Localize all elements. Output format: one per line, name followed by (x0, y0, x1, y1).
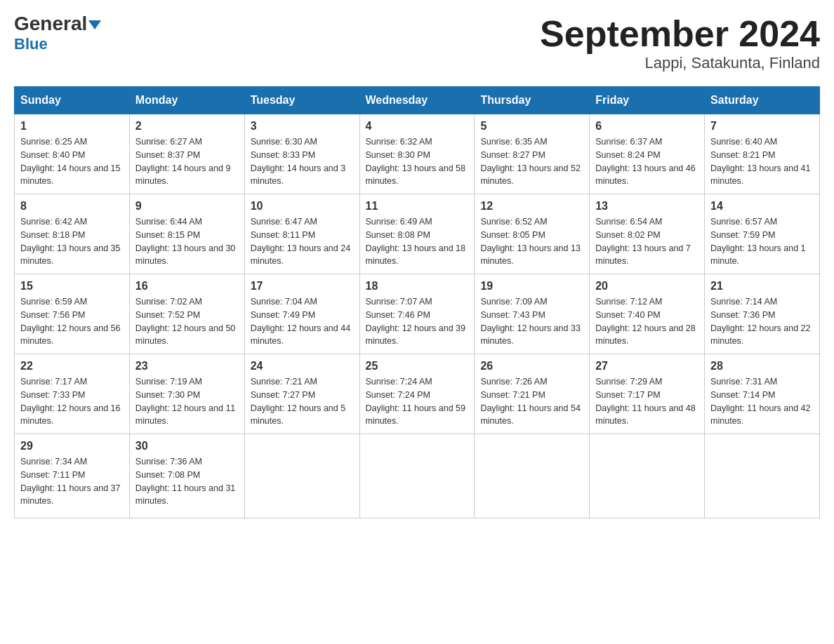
calendar-cell: 13Sunrise: 6:54 AMSunset: 8:02 PMDayligh… (590, 194, 705, 274)
header-cell-tuesday: Tuesday (244, 87, 359, 114)
day-number: 4 (366, 120, 469, 133)
calendar-cell: 10Sunrise: 6:47 AMSunset: 8:11 PMDayligh… (244, 194, 359, 274)
day-number: 16 (135, 280, 239, 293)
header-cell-saturday: Saturday (705, 87, 820, 114)
calendar-cell: 2Sunrise: 6:27 AMSunset: 8:37 PMDaylight… (129, 114, 244, 194)
day-info: Sunrise: 7:17 AMSunset: 7:33 PMDaylight:… (20, 375, 124, 428)
day-info: Sunrise: 7:07 AMSunset: 7:46 PMDaylight:… (366, 295, 469, 348)
day-info: Sunrise: 6:32 AMSunset: 8:30 PMDaylight:… (366, 135, 469, 188)
calendar-cell: 18Sunrise: 7:07 AMSunset: 7:46 PMDayligh… (359, 274, 475, 354)
day-info: Sunrise: 7:29 AMSunset: 7:17 PMDaylight:… (595, 375, 699, 428)
calendar-week-4: 22Sunrise: 7:17 AMSunset: 7:33 PMDayligh… (15, 354, 820, 434)
calendar-cell: 6Sunrise: 6:37 AMSunset: 8:24 PMDaylight… (590, 114, 705, 194)
day-info: Sunrise: 6:47 AMSunset: 8:11 PMDaylight:… (251, 215, 354, 268)
calendar-cell: 29Sunrise: 7:34 AMSunset: 7:11 PMDayligh… (15, 434, 130, 518)
day-info: Sunrise: 7:19 AMSunset: 7:30 PMDaylight:… (135, 375, 239, 428)
day-number: 29 (20, 440, 124, 452)
calendar-cell: 22Sunrise: 7:17 AMSunset: 7:33 PMDayligh… (15, 354, 130, 434)
calendar-cell: 7Sunrise: 6:40 AMSunset: 8:21 PMDaylight… (705, 114, 820, 194)
calendar-cell (590, 434, 705, 518)
calendar-cell: 27Sunrise: 7:29 AMSunset: 7:17 PMDayligh… (590, 354, 705, 434)
calendar-week-5: 29Sunrise: 7:34 AMSunset: 7:11 PMDayligh… (15, 434, 820, 518)
day-number: 24 (251, 360, 354, 373)
calendar-cell: 9Sunrise: 6:44 AMSunset: 8:15 PMDaylight… (129, 194, 244, 274)
calendar-cell (705, 434, 820, 518)
day-info: Sunrise: 7:12 AMSunset: 7:40 PMDaylight:… (595, 295, 699, 348)
day-number: 12 (480, 200, 583, 213)
calendar-cell: 23Sunrise: 7:19 AMSunset: 7:30 PMDayligh… (129, 354, 244, 434)
day-number: 10 (251, 200, 354, 213)
day-info: Sunrise: 6:57 AMSunset: 7:59 PMDaylight:… (710, 215, 814, 268)
day-number: 13 (595, 200, 699, 213)
title-block: September 2024 Lappi, Satakunta, Finland (540, 14, 820, 72)
day-info: Sunrise: 7:14 AMSunset: 7:36 PMDaylight:… (710, 295, 814, 348)
header-cell-monday: Monday (129, 87, 244, 114)
calendar-cell: 1Sunrise: 6:25 AMSunset: 8:40 PMDaylight… (15, 114, 130, 194)
calendar-cell: 21Sunrise: 7:14 AMSunset: 7:36 PMDayligh… (705, 274, 820, 354)
calendar-cell: 15Sunrise: 6:59 AMSunset: 7:56 PMDayligh… (15, 274, 130, 354)
calendar-cell: 4Sunrise: 6:32 AMSunset: 8:30 PMDaylight… (359, 114, 475, 194)
day-info: Sunrise: 7:02 AMSunset: 7:52 PMDaylight:… (135, 295, 239, 348)
calendar-cell: 16Sunrise: 7:02 AMSunset: 7:52 PMDayligh… (129, 274, 244, 354)
day-number: 2 (135, 120, 239, 133)
logo-general: General (14, 14, 101, 34)
day-number: 28 (710, 360, 814, 373)
calendar-week-2: 8Sunrise: 6:42 AMSunset: 8:18 PMDaylight… (15, 194, 820, 274)
location-subtitle: Lappi, Satakunta, Finland (540, 54, 820, 72)
day-number: 22 (20, 360, 124, 373)
header-row: SundayMondayTuesdayWednesdayThursdayFrid… (15, 87, 820, 114)
day-info: Sunrise: 6:27 AMSunset: 8:37 PMDaylight:… (135, 135, 239, 188)
calendar-cell: 3Sunrise: 6:30 AMSunset: 8:33 PMDaylight… (244, 114, 359, 194)
calendar-cell: 14Sunrise: 6:57 AMSunset: 7:59 PMDayligh… (705, 194, 820, 274)
calendar-header: SundayMondayTuesdayWednesdayThursdayFrid… (15, 87, 820, 114)
header-cell-sunday: Sunday (15, 87, 130, 114)
calendar-cell: 17Sunrise: 7:04 AMSunset: 7:49 PMDayligh… (244, 274, 359, 354)
day-number: 20 (595, 280, 699, 293)
calendar-cell: 20Sunrise: 7:12 AMSunset: 7:40 PMDayligh… (590, 274, 705, 354)
day-info: Sunrise: 7:31 AMSunset: 7:14 PMDaylight:… (710, 375, 814, 428)
day-number: 21 (710, 280, 814, 293)
calendar-cell: 11Sunrise: 6:49 AMSunset: 8:08 PMDayligh… (359, 194, 475, 274)
day-info: Sunrise: 7:09 AMSunset: 7:43 PMDaylight:… (480, 295, 583, 348)
calendar-cell (475, 434, 590, 518)
day-number: 15 (20, 280, 124, 293)
day-info: Sunrise: 6:59 AMSunset: 7:56 PMDaylight:… (20, 295, 124, 348)
day-number: 19 (480, 280, 583, 293)
calendar-cell: 25Sunrise: 7:24 AMSunset: 7:24 PMDayligh… (359, 354, 475, 434)
day-number: 5 (480, 120, 583, 133)
calendar-cell: 30Sunrise: 7:36 AMSunset: 7:08 PMDayligh… (129, 434, 244, 518)
day-number: 17 (251, 280, 354, 293)
calendar-week-1: 1Sunrise: 6:25 AMSunset: 8:40 PMDaylight… (15, 114, 820, 194)
calendar-cell: 19Sunrise: 7:09 AMSunset: 7:43 PMDayligh… (475, 274, 590, 354)
calendar-cell: 26Sunrise: 7:26 AMSunset: 7:21 PMDayligh… (475, 354, 590, 434)
calendar-body: 1Sunrise: 6:25 AMSunset: 8:40 PMDaylight… (15, 114, 820, 518)
day-number: 14 (710, 200, 814, 213)
calendar-week-3: 15Sunrise: 6:59 AMSunset: 7:56 PMDayligh… (15, 274, 820, 354)
header-cell-wednesday: Wednesday (359, 87, 475, 114)
day-number: 18 (366, 280, 469, 293)
calendar-cell: 12Sunrise: 6:52 AMSunset: 8:05 PMDayligh… (475, 194, 590, 274)
calendar-cell: 24Sunrise: 7:21 AMSunset: 7:27 PMDayligh… (244, 354, 359, 434)
day-number: 11 (366, 200, 469, 213)
day-number: 9 (135, 200, 239, 213)
header-cell-friday: Friday (590, 87, 705, 114)
day-number: 26 (480, 360, 583, 373)
day-info: Sunrise: 7:34 AMSunset: 7:11 PMDaylight:… (20, 455, 124, 508)
month-title: September 2024 (540, 14, 820, 54)
day-number: 6 (595, 120, 699, 133)
header-cell-thursday: Thursday (475, 87, 590, 114)
day-info: Sunrise: 6:40 AMSunset: 8:21 PMDaylight:… (710, 135, 814, 188)
day-number: 7 (710, 120, 814, 133)
day-number: 3 (251, 120, 354, 133)
day-number: 30 (135, 440, 239, 452)
calendar-cell: 8Sunrise: 6:42 AMSunset: 8:18 PMDaylight… (15, 194, 130, 274)
calendar-cell (359, 434, 475, 518)
day-info: Sunrise: 6:44 AMSunset: 8:15 PMDaylight:… (135, 215, 239, 268)
page-header: General Blue September 2024 Lappi, Satak… (14, 14, 820, 72)
day-number: 1 (20, 120, 124, 133)
day-info: Sunrise: 6:54 AMSunset: 8:02 PMDaylight:… (595, 215, 699, 268)
day-number: 8 (20, 200, 124, 213)
day-info: Sunrise: 6:30 AMSunset: 8:33 PMDaylight:… (251, 135, 354, 188)
day-info: Sunrise: 6:37 AMSunset: 8:24 PMDaylight:… (595, 135, 699, 188)
day-number: 27 (595, 360, 699, 373)
